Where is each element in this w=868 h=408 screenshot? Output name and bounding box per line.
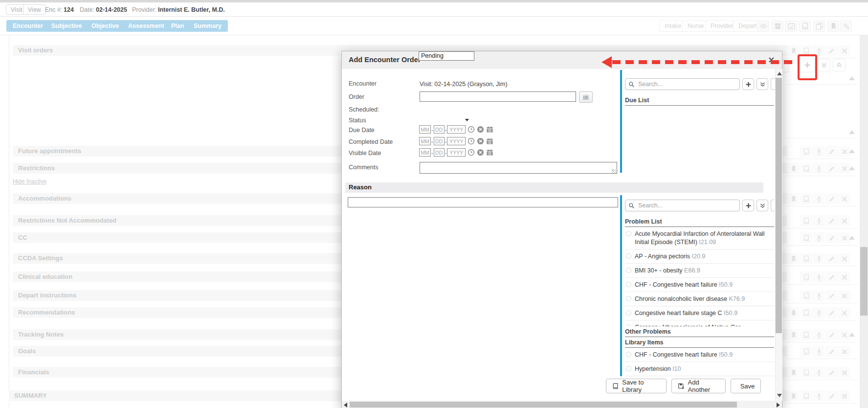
status-select[interactable]: Pending xyxy=(419,51,474,61)
date-mm-input[interactable] xyxy=(419,137,431,145)
bookmark-icon[interactable] xyxy=(787,367,800,378)
scroll-right-icon[interactable] xyxy=(777,403,780,408)
radio-icon[interactable] xyxy=(626,231,631,236)
book-icon[interactable] xyxy=(800,390,812,402)
scroll-down-icon[interactable] xyxy=(777,394,782,397)
bookmark-icon[interactable] xyxy=(827,21,839,32)
microphone-icon[interactable] xyxy=(813,163,825,174)
calendar-check-icon[interactable] xyxy=(785,21,797,32)
x-circle-icon[interactable] xyxy=(477,126,484,133)
bookmark-icon[interactable] xyxy=(787,329,800,340)
book-icon[interactable] xyxy=(800,290,812,301)
bookmark-icon[interactable] xyxy=(787,307,800,318)
pencil-icon[interactable] xyxy=(825,307,838,318)
radio-icon[interactable] xyxy=(626,352,631,357)
calendar-icon[interactable] xyxy=(486,149,493,156)
save-button[interactable]: Save xyxy=(731,379,761,393)
pencil-icon[interactable] xyxy=(825,272,838,283)
problem-list-item[interactable]: Acute Myocardial Infarction of Anterolat… xyxy=(625,227,774,249)
radio-icon[interactable] xyxy=(626,366,631,371)
pencil-icon[interactable] xyxy=(825,346,838,357)
microphone-icon[interactable] xyxy=(813,272,825,283)
problem-list-item[interactable]: CHF - Congestive heart failure I50.9 xyxy=(625,278,774,292)
collapse-triangle-icon[interactable] xyxy=(849,149,855,153)
book-icon[interactable] xyxy=(799,21,811,32)
clock-icon[interactable] xyxy=(467,137,475,145)
archive-icon[interactable] xyxy=(772,21,783,32)
book-icon[interactable] xyxy=(800,146,812,157)
problem-list-item[interactable]: Chronic nonalcoholic liver disease K76.9 xyxy=(625,292,774,306)
microphone-icon[interactable] xyxy=(813,329,825,340)
due-search-input[interactable] xyxy=(637,79,737,89)
problem-list-item[interactable]: AP - Angina pectoris I20.9 xyxy=(625,249,774,264)
date-yyyy-input[interactable] xyxy=(447,125,466,134)
microphone-icon[interactable] xyxy=(813,307,825,318)
bookmark-icon[interactable] xyxy=(787,253,800,264)
pencil-icon[interactable] xyxy=(825,390,838,402)
hide-inactive-link[interactable]: Hide Inactive xyxy=(13,178,46,185)
copy-icon[interactable] xyxy=(813,21,825,32)
radio-icon[interactable] xyxy=(626,253,631,259)
view-button[interactable]: View xyxy=(23,4,46,15)
x-icon[interactable] xyxy=(838,307,850,318)
collapse-triangle-icon[interactable] xyxy=(849,166,855,170)
microphone-icon[interactable] xyxy=(813,215,825,227)
problem-list-item[interactable]: BMI 30+ - obesity E66.9 xyxy=(625,264,774,278)
tab-assessment[interactable]: Assessment xyxy=(122,20,171,32)
radio-icon[interactable] xyxy=(626,282,631,287)
pencil-icon[interactable] xyxy=(825,146,838,157)
resize-grip-icon[interactable] xyxy=(612,169,616,174)
microphone-icon[interactable] xyxy=(813,290,825,301)
microphone-icon[interactable] xyxy=(813,390,825,402)
pencil-icon[interactable] xyxy=(825,232,838,244)
date-dd-input[interactable] xyxy=(434,137,445,145)
date-dd-input[interactable] xyxy=(434,148,445,157)
x-icon[interactable] xyxy=(838,215,850,227)
tab-encounter[interactable]: Encounter xyxy=(6,20,49,32)
order-list-icon[interactable] xyxy=(579,91,593,103)
book-icon[interactable] xyxy=(800,232,812,244)
pencil-icon[interactable] xyxy=(825,329,838,340)
x-icon[interactable] xyxy=(838,290,850,301)
x-icon[interactable] xyxy=(838,45,850,56)
problem-search-box[interactable] xyxy=(625,200,740,211)
expand-all-button[interactable] xyxy=(818,59,830,71)
problem-list-item[interactable]: Coronary Atherosclerosis of Native Cor xyxy=(625,320,774,326)
microphone-icon[interactable] xyxy=(813,193,825,204)
collapse-triangle-icon[interactable] xyxy=(849,130,855,134)
date-dd-input[interactable] xyxy=(434,125,445,134)
microphone-icon[interactable] xyxy=(813,253,825,264)
radio-icon[interactable] xyxy=(626,324,631,326)
x-icon[interactable] xyxy=(838,346,850,357)
date-yyyy-input[interactable] xyxy=(447,137,466,145)
dialog-vertical-scrollbar-thumb[interactable] xyxy=(776,78,782,333)
gears-icon[interactable] xyxy=(840,21,852,32)
microphone-icon[interactable] xyxy=(813,146,825,157)
problem-search-input[interactable] xyxy=(637,201,737,210)
book-icon[interactable] xyxy=(800,367,812,378)
x-icon[interactable] xyxy=(838,367,850,378)
scroll-left-icon[interactable] xyxy=(344,403,347,408)
radio-icon[interactable] xyxy=(626,268,631,273)
eye-icon[interactable] xyxy=(757,21,769,32)
radio-icon[interactable] xyxy=(626,296,631,301)
chevrons-down-icon[interactable] xyxy=(757,200,768,211)
clock-icon[interactable] xyxy=(467,149,475,156)
date-yyyy-input[interactable] xyxy=(447,148,466,157)
add-due-item-button[interactable] xyxy=(742,78,754,90)
date-mm-input[interactable] xyxy=(419,125,431,134)
book-icon[interactable] xyxy=(800,346,812,357)
book-icon[interactable] xyxy=(800,272,812,283)
tab-summary[interactable]: Summary xyxy=(187,20,228,32)
tab-subjective[interactable]: Subjective xyxy=(45,20,89,32)
pencil-icon[interactable] xyxy=(825,253,838,264)
calendar-icon[interactable] xyxy=(486,126,493,133)
x-icon[interactable] xyxy=(838,253,850,264)
x-circle-icon[interactable] xyxy=(477,137,484,145)
pencil-icon[interactable] xyxy=(825,193,838,204)
radio-icon[interactable] xyxy=(626,310,631,316)
bookmark-icon[interactable] xyxy=(787,390,800,402)
book-icon[interactable] xyxy=(800,307,812,318)
order-input[interactable] xyxy=(420,91,576,102)
problem-list-item[interactable]: Hypertension I10 xyxy=(625,362,774,376)
